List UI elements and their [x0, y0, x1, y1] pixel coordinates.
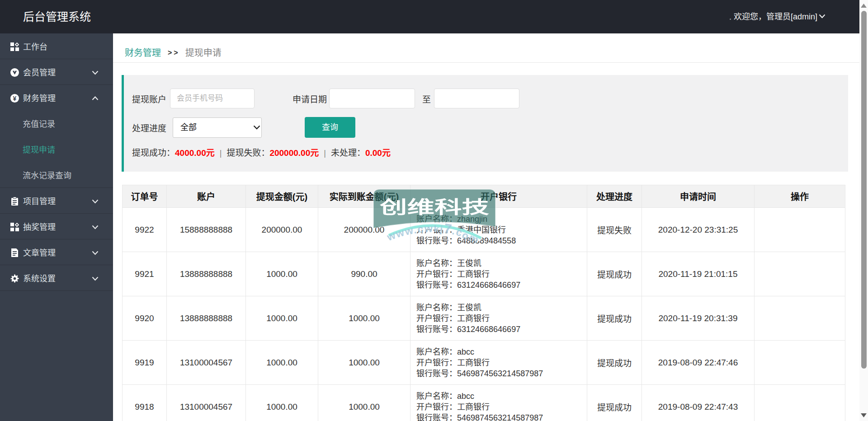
svg-text:¥: ¥: [13, 95, 17, 102]
